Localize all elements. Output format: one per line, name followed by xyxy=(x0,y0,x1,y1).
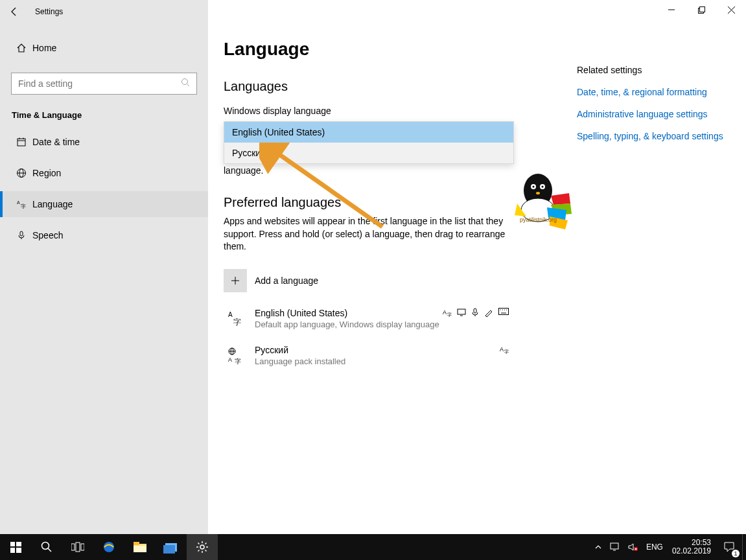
svg-rect-60 xyxy=(134,546,146,552)
preferred-description: Apps and websites will appear in the fir… xyxy=(224,215,509,253)
taskbar-ie-icon[interactable] xyxy=(93,534,124,560)
handwriting-icon xyxy=(484,308,493,317)
tray-chevron-icon[interactable] xyxy=(590,534,606,560)
tray-network-icon[interactable] xyxy=(606,534,624,560)
svg-text:pyatilistnik.org: pyatilistnik.org xyxy=(520,216,557,223)
window-title: Settings xyxy=(35,7,63,16)
svg-point-63 xyxy=(200,545,204,549)
language-feature-icons: A字 xyxy=(500,345,509,366)
svg-point-42 xyxy=(533,186,535,188)
svg-rect-49 xyxy=(16,542,21,546)
svg-line-69 xyxy=(205,550,207,552)
dropdown-option-english[interactable]: English (United States) xyxy=(224,122,513,143)
svg-text:字: 字 xyxy=(233,318,241,327)
language-sub: Default app language, Windows display la… xyxy=(255,320,443,329)
sidebar-item-language[interactable]: A字 Language xyxy=(0,191,208,217)
sidebar-item-region[interactable]: Region xyxy=(0,160,208,186)
page-title: Language xyxy=(224,39,522,60)
text-to-speech-icon: A字 xyxy=(443,308,452,317)
related-settings-panel: Related settings Date, time, & regional … xyxy=(577,65,739,141)
maximize-button[interactable] xyxy=(686,0,716,19)
taskbar: ENG 20:53 02.02.2019 1 xyxy=(0,534,746,560)
sidebar: Home Time & Language Date & time Region … xyxy=(0,23,208,534)
truncated-text: language. xyxy=(224,165,522,176)
minimize-button[interactable] xyxy=(657,0,686,19)
related-settings-heading: Related settings xyxy=(577,65,739,75)
svg-text:A: A xyxy=(500,346,504,353)
sidebar-item-date-time[interactable]: Date & time xyxy=(0,129,208,155)
svg-point-3 xyxy=(182,79,188,85)
svg-text:A: A xyxy=(228,311,233,318)
titlebar-left: Settings xyxy=(0,0,208,23)
svg-rect-14 xyxy=(20,231,23,236)
text-to-speech-icon: A字 xyxy=(500,345,509,354)
start-button[interactable] xyxy=(0,534,31,560)
svg-rect-24 xyxy=(474,309,476,313)
language-entry-russian[interactable]: A字 Русский Language pack installed A字 xyxy=(224,345,509,366)
language-entry-english[interactable]: A字 English (United States) Default app l… xyxy=(224,308,509,329)
svg-point-52 xyxy=(42,542,49,550)
language-sub: Language pack installed xyxy=(255,356,500,366)
sidebar-item-speech[interactable]: Speech xyxy=(0,222,208,248)
taskbar-explorer-icon[interactable] xyxy=(124,534,156,560)
language-glyph-icon: A字 xyxy=(224,345,247,366)
tray-clock[interactable]: 20:53 02.02.2019 xyxy=(667,539,716,555)
link-date-time-formatting[interactable]: Date, time, & regional formatting xyxy=(577,87,739,97)
svg-rect-62 xyxy=(163,545,175,554)
add-language-label: Add a language xyxy=(255,275,318,286)
svg-rect-5 xyxy=(17,139,25,146)
search-input[interactable] xyxy=(18,78,181,89)
add-language-button[interactable]: Add a language xyxy=(224,269,522,292)
svg-rect-26 xyxy=(499,308,509,314)
link-admin-language[interactable]: Administrative language settings xyxy=(577,109,739,119)
svg-rect-22 xyxy=(458,309,465,314)
action-center-icon[interactable]: 1 xyxy=(716,534,742,560)
home-nav[interactable]: Home xyxy=(0,35,208,61)
search-box[interactable] xyxy=(11,73,197,95)
languages-heading: Languages xyxy=(224,79,522,94)
titlebar: Settings xyxy=(0,0,746,23)
svg-rect-54 xyxy=(71,544,75,550)
dropdown-option-label: Русский xyxy=(232,148,266,158)
sidebar-item-label: Speech xyxy=(32,230,63,240)
language-glyph-icon: A字 xyxy=(224,308,247,329)
svg-rect-59 xyxy=(134,542,139,545)
svg-text:A: A xyxy=(17,200,20,205)
task-view-icon[interactable] xyxy=(62,534,93,560)
globe-icon xyxy=(13,168,29,178)
display-icon xyxy=(457,308,466,317)
keyboard-icon xyxy=(498,308,509,316)
svg-text:字: 字 xyxy=(447,312,452,317)
tray-date: 02.02.2019 xyxy=(672,547,711,555)
svg-text:字: 字 xyxy=(235,358,241,364)
tray-volume-icon[interactable] xyxy=(624,534,642,560)
close-button[interactable] xyxy=(716,0,746,19)
sidebar-item-label: Region xyxy=(32,168,61,178)
svg-point-44 xyxy=(536,192,540,194)
tray-language-indicator[interactable]: ENG xyxy=(642,534,667,560)
svg-rect-50 xyxy=(10,548,15,553)
sidebar-item-label: Date & time xyxy=(32,137,80,147)
main-content: Language Languages Windows display langu… xyxy=(224,32,522,534)
svg-line-68 xyxy=(198,543,200,544)
taskbar-search-icon[interactable] xyxy=(31,534,62,560)
home-label: Home xyxy=(32,43,56,53)
watermark-logo: pyatilistnik.org xyxy=(511,171,576,236)
home-icon xyxy=(13,43,29,53)
link-spelling-typing[interactable]: Spelling, typing, & keyboard settings xyxy=(577,131,739,141)
search-icon xyxy=(181,78,190,89)
dropdown-option-russian[interactable]: Русский xyxy=(224,143,513,163)
back-button[interactable] xyxy=(0,0,29,23)
language-icon: A字 xyxy=(13,199,29,209)
window-controls xyxy=(657,0,746,19)
taskbar-explorer2-icon[interactable] xyxy=(156,534,187,560)
svg-rect-56 xyxy=(81,544,84,550)
clock-icon xyxy=(13,137,29,147)
svg-text:A: A xyxy=(443,309,447,316)
language-name: English (United States) xyxy=(255,308,443,318)
show-desktop-button[interactable] xyxy=(742,534,746,560)
taskbar-settings-icon[interactable] xyxy=(187,534,218,560)
svg-line-53 xyxy=(48,548,51,552)
display-language-dropdown[interactable]: English (United States) Русский xyxy=(224,121,514,164)
sidebar-section-label: Time & Language xyxy=(12,110,208,120)
